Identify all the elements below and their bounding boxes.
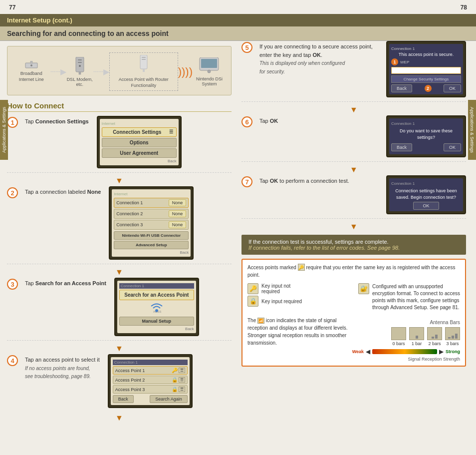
how-to-connect-title: How to Connect [7, 101, 232, 112]
step-6-num: 6 [241, 116, 252, 127]
section-title: Searching for and connecting to an acces… [0, 26, 476, 41]
svg-point-1 [30, 64, 32, 66]
svg-rect-13 [201, 59, 217, 68]
step-2-container: 2 Tap a connection labeled None Internet… [7, 186, 232, 264]
step-1-container: 1 Tap Connection Settings Internet Conne… [7, 116, 232, 173]
svg-rect-4 [78, 59, 82, 60]
svg-point-14 [208, 70, 211, 73]
step-5-text: If you are connecting to a secure access… [259, 41, 377, 75]
step-1-screen: Internet Connection Settings ☰ Options U… [97, 116, 182, 168]
svg-text:AUSS: AUSS [153, 310, 161, 313]
success-box: If the connection test is successful, se… [241, 235, 466, 255]
step-2-num: 2 [7, 187, 18, 198]
step-4-num: 4 [7, 355, 18, 366]
step-4-text: Tap an access point to select it If no a… [25, 354, 100, 381]
header-bar: Internet Setup (cont.) [0, 14, 476, 26]
step-4-container: 4 Tap an access point to select it If no… [7, 354, 232, 412]
diagram-dsi: Nintendo DSi System [193, 57, 226, 86]
sidebar-right-tab: Applications & Settings [468, 100, 476, 160]
step-5-container: 5 If you are connecting to a secure acce… [241, 41, 466, 102]
page-num-left: 77 [9, 4, 15, 11]
svg-rect-3 [76, 57, 84, 72]
step-7-num: 7 [241, 176, 252, 187]
svg-rect-9 [142, 57, 146, 58]
step-3-num: 3 [7, 279, 18, 290]
ap-info-box: Access points marked 🔑 require that you … [241, 259, 466, 367]
svg-rect-11 [143, 69, 145, 72]
step-4-screen: Connection 1 Access Point 1 🔑 ☰ Access P… [108, 354, 193, 408]
svg-rect-10 [142, 59, 146, 60]
step-3-text: Tap Search for an Access Point [25, 278, 106, 288]
svg-point-6 [79, 65, 81, 67]
step-1-text: Tap Connection Settings [25, 116, 89, 126]
sidebar-left-tab: Applications & Settings [0, 100, 8, 160]
step-7-screen: Connection 1 Connection settings have be… [386, 175, 466, 214]
diagram-dsl: DSL Modem, etc. [66, 57, 93, 87]
step-6-info: 6 Tap OK [241, 115, 377, 127]
svg-rect-7 [79, 72, 81, 74]
step-7-container: 7 Tap OK to perform a connection test. C… [241, 175, 466, 219]
diagram-box: Broadband Internet Line ┄┄▶ DSL Modem, e… [7, 46, 232, 95]
step-3-container: 3 Tap Search for an Access Point Connect… [7, 278, 232, 341]
step-6-text: Tap OK [259, 115, 377, 125]
svg-rect-5 [78, 62, 82, 63]
step-1-num: 1 [7, 117, 18, 128]
step-7-text: Tap OK to perform a connection test. [259, 175, 377, 185]
step-5-num: 5 [241, 42, 252, 53]
step-6-container: 6 Tap OK Connection 1 Do you want to sav… [241, 115, 466, 162]
diagram-broadband: Broadband Internet Line [12, 61, 50, 82]
step-3-screen: Connection 1 Search for an Access Point … [114, 278, 199, 336]
step-2-screen: Internet Connection 1 None Connection 2 … [109, 186, 194, 260]
page-num-right: 78 [461, 4, 467, 11]
diagram-router: Access Point with Router Functionality [109, 52, 178, 91]
step-7-info: 7 Tap OK to perform a connection test. [241, 175, 377, 187]
step-5-info: 5 If you are connecting to a secure acce… [241, 41, 377, 75]
svg-rect-2 [30, 61, 32, 63]
step-2-text: Tap a connection labeled None [25, 186, 101, 196]
step-5-screen: Connection 1 This access point is secure… [386, 41, 466, 97]
step-6-screen: Connection 1 Do you want to save these s… [386, 115, 466, 157]
